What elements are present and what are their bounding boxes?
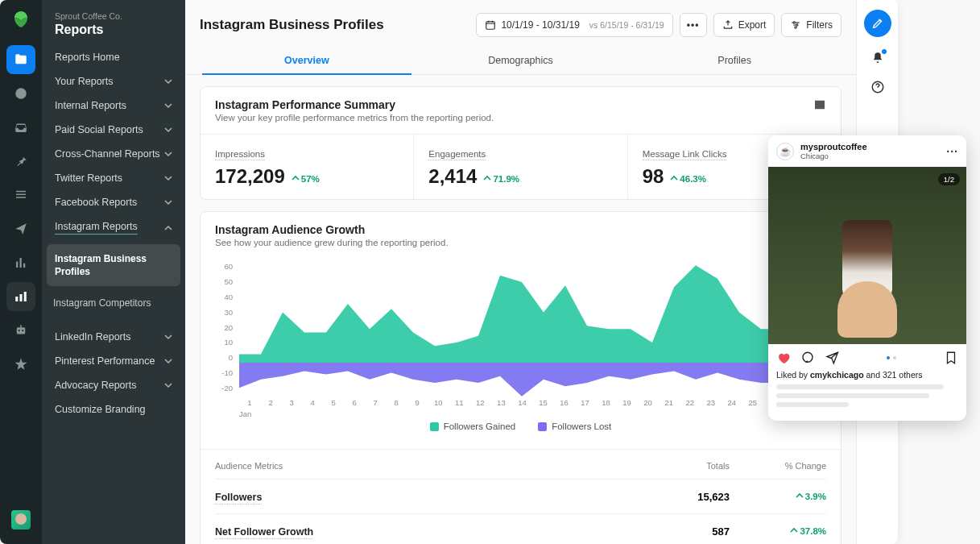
- sidebar-group-twitter[interactable]: Twitter Reports: [42, 166, 185, 190]
- svg-rect-4: [20, 294, 23, 301]
- audience-growth-chart: 6050403020100-10-20 12345678910111213141…: [215, 262, 826, 407]
- nav-folder-icon[interactable]: [6, 45, 35, 74]
- chevron-down-icon: [164, 126, 172, 134]
- svg-rect-6: [17, 327, 26, 334]
- chart-y-axis: 6050403020100-10-20: [215, 262, 236, 392]
- sidebar-group-instagram[interactable]: Instagram Reports: [42, 214, 185, 241]
- ig-avatar[interactable]: ☕: [776, 143, 794, 160]
- sidebar-sub-ig-competitors[interactable]: Instagram Competitors: [42, 289, 185, 317]
- svg-rect-1: [20, 258, 22, 268]
- delta-up: 46.3%: [670, 174, 706, 184]
- chevron-down-icon: [164, 174, 172, 182]
- table-row: Net Follower Growth 587 37.8%: [215, 513, 826, 544]
- ig-carousel-dots: [849, 356, 934, 359]
- svg-rect-0: [16, 262, 18, 268]
- growth-subtitle: See how your audience grew during the re…: [215, 238, 449, 247]
- delta-up: 71.9%: [483, 174, 519, 184]
- metric-engagements: Engagements 2,41471.9%: [414, 135, 627, 199]
- sidebar-group-cross-channel[interactable]: Cross-Channel Reports: [42, 142, 185, 166]
- svg-point-8: [22, 330, 23, 331]
- share-icon[interactable]: [825, 351, 839, 365]
- sidebar-group-pinterest[interactable]: Pinterest Performance: [42, 349, 185, 373]
- chevron-down-icon: [164, 198, 172, 206]
- ig-post-image[interactable]: 1/2: [768, 167, 966, 344]
- summary-title: Instagram Performance Summary: [215, 98, 494, 111]
- nav-inbox-icon[interactable]: [6, 113, 35, 142]
- nav-bot-icon[interactable]: [6, 316, 35, 345]
- nav-star-icon[interactable]: [6, 350, 35, 379]
- chevron-down-icon: [164, 102, 172, 110]
- chevron-down-icon: [164, 333, 172, 341]
- nav-dashboard-icon[interactable]: [6, 79, 35, 108]
- sidebar-group-advocacy[interactable]: Advocacy Reports: [42, 373, 185, 397]
- heart-icon[interactable]: [776, 351, 791, 365]
- nav-feed-icon[interactable]: [6, 181, 35, 210]
- audience-metrics-table: Audience Metrics Totals % Change Followe…: [201, 449, 841, 544]
- svg-point-11: [793, 22, 795, 23]
- tabs: Overview Demographics Profiles: [185, 45, 856, 75]
- global-nav-rail: [0, 0, 42, 544]
- sidebar-reports-home[interactable]: Reports Home: [42, 45, 185, 69]
- chart-x-axis: 1234567891011121314151617181920212223242…: [239, 398, 826, 407]
- chart-x-label: Jan: [239, 409, 251, 418]
- help-icon[interactable]: [870, 79, 886, 95]
- chevron-up-icon: [164, 224, 172, 232]
- user-avatar[interactable]: [11, 510, 31, 529]
- more-button[interactable]: •••: [680, 13, 707, 37]
- ig-location[interactable]: Chicago: [800, 152, 867, 160]
- bookmark-icon[interactable]: [944, 351, 958, 365]
- svg-rect-3: [15, 297, 18, 301]
- delta-up: 57%: [292, 174, 320, 184]
- ig-username[interactable]: mysproutcoffee: [800, 142, 867, 152]
- chevron-down-icon: [164, 381, 172, 389]
- page-title: Instagram Business Profiles: [200, 17, 384, 33]
- nav-publishing-icon[interactable]: [6, 214, 35, 243]
- svg-point-12: [796, 24, 798, 26]
- brand-company: Sprout Coffee Co.: [55, 11, 172, 21]
- compare-range-text: vs 6/15/19 - 6/31/19: [589, 20, 664, 30]
- brand-section: Reports: [55, 23, 172, 37]
- nav-pin-icon[interactable]: [6, 147, 35, 176]
- sidebar-group-internal[interactable]: Internal Reports: [42, 93, 185, 118]
- sidebar-group-paid-social[interactable]: Paid Social Reports: [42, 118, 185, 142]
- ig-likes-text: Liked by cmykchicago and 321 others: [768, 370, 966, 380]
- export-button[interactable]: Export: [713, 13, 775, 37]
- nav-listening-icon[interactable]: [6, 248, 35, 277]
- legend-gained: Followers Gained: [430, 421, 515, 431]
- table-view-icon[interactable]: [813, 98, 826, 111]
- compose-button[interactable]: [864, 10, 891, 37]
- export-icon: [722, 19, 734, 31]
- sidebar-group-your-reports[interactable]: Your Reports: [42, 69, 185, 93]
- chart-legend: Followers Gained Followers Lost: [215, 407, 826, 442]
- filters-button[interactable]: Filters: [781, 13, 841, 37]
- summary-subtitle: View your key profile performance metric…: [215, 113, 494, 123]
- svg-point-13: [795, 27, 796, 28]
- nav-reports-icon[interactable]: [6, 282, 35, 311]
- table-row: Followers 15,623 3.9%: [215, 479, 826, 513]
- instagram-post-preview: ☕ mysproutcoffee Chicago ··· 1/2 Liked b…: [768, 135, 966, 421]
- arrow-up-icon: [796, 492, 804, 500]
- sidebar-sub-ig-business-profiles[interactable]: Instagram Business Profiles: [47, 244, 180, 286]
- notifications-icon[interactable]: [870, 50, 886, 66]
- th-change: % Change: [730, 461, 826, 471]
- sidebar-customize-branding[interactable]: Customize Branding: [42, 397, 185, 421]
- topbar: Instagram Business Profiles 10/1/19 - 10…: [185, 0, 856, 45]
- svg-rect-2: [23, 264, 25, 268]
- comment-icon[interactable]: [800, 351, 815, 365]
- sidebar-group-linkedin[interactable]: LinkedIn Reports: [42, 325, 185, 349]
- svg-rect-10: [486, 22, 495, 29]
- sidebar-group-facebook[interactable]: Facebook Reports: [42, 190, 185, 214]
- svg-rect-9: [20, 325, 22, 327]
- tab-overview[interactable]: Overview: [200, 45, 414, 74]
- th-totals: Totals: [633, 461, 730, 471]
- chevron-down-icon: [164, 357, 172, 365]
- tab-profiles[interactable]: Profiles: [627, 45, 841, 74]
- tab-demographics[interactable]: Demographics: [414, 45, 628, 74]
- chart-plot: [239, 262, 826, 397]
- svg-rect-5: [24, 292, 27, 301]
- ig-more-icon[interactable]: ···: [946, 145, 958, 158]
- legend-lost: Followers Lost: [538, 421, 611, 431]
- ellipsis-icon: •••: [687, 19, 700, 31]
- date-range-button[interactable]: 10/1/19 - 10/31/19 vs 6/15/19 - 6/31/19: [476, 13, 672, 37]
- ig-caption-skeleton: [768, 380, 966, 421]
